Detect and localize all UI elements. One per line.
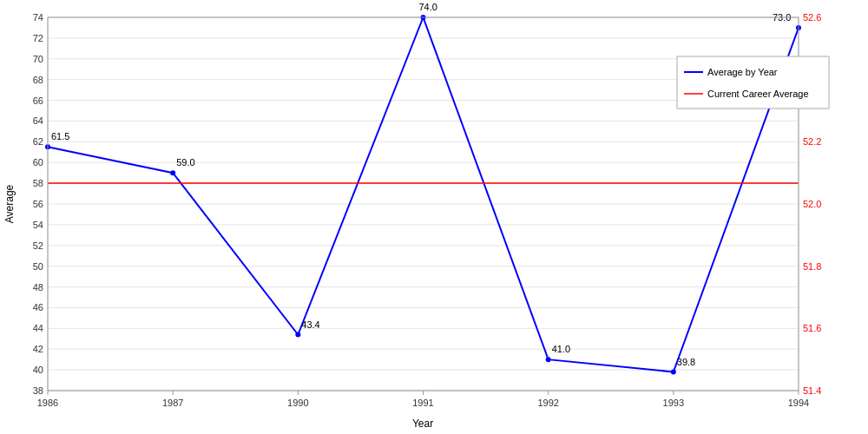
svg-text:74.0: 74.0 — [419, 2, 437, 12]
legend-label1: Average by Year — [707, 67, 778, 77]
legend-label2: Current Career Average — [707, 89, 809, 99]
svg-point-70 — [671, 370, 676, 375]
svg-text:41.0: 41.0 — [552, 344, 570, 354]
svg-text:64: 64 — [33, 115, 43, 126]
chart-container: // This will be handled in the main scri… — [0, 0, 868, 434]
svg-text:1987: 1987 — [162, 398, 183, 408]
svg-text:52.0: 52.0 — [803, 199, 821, 209]
svg-text:51.4: 51.4 — [803, 385, 821, 396]
svg-text:51.8: 51.8 — [803, 261, 821, 272]
svg-text:42: 42 — [33, 344, 43, 354]
legend-box — [677, 56, 829, 108]
svg-text:70: 70 — [33, 54, 43, 64]
svg-text:62: 62 — [33, 136, 43, 147]
svg-text:58: 58 — [33, 178, 43, 188]
svg-text:1994: 1994 — [788, 398, 809, 408]
svg-text:52: 52 — [33, 240, 43, 251]
svg-text:52.2: 52.2 — [803, 136, 821, 147]
svg-text:74: 74 — [33, 12, 43, 23]
svg-text:38: 38 — [33, 385, 43, 396]
svg-text:52.6: 52.6 — [803, 12, 821, 23]
svg-text:39.8: 39.8 — [677, 357, 695, 367]
svg-point-62 — [170, 170, 175, 175]
svg-text:1993: 1993 — [663, 398, 684, 408]
svg-text:43.4: 43.4 — [301, 319, 319, 330]
x-axis-label: Year — [412, 418, 433, 430]
svg-point-68 — [546, 357, 551, 362]
svg-text:1992: 1992 — [537, 398, 558, 408]
svg-text:46: 46 — [33, 302, 43, 312]
svg-text:1986: 1986 — [37, 398, 58, 408]
svg-point-64 — [295, 332, 300, 338]
svg-text:61.5: 61.5 — [51, 131, 69, 141]
chart-svg: // This will be handled in the main scri… — [0, 0, 868, 434]
svg-text:72: 72 — [33, 33, 43, 43]
y-axis-left-label: Average — [3, 184, 16, 223]
svg-text:68: 68 — [33, 75, 43, 85]
svg-text:59.0: 59.0 — [176, 157, 194, 168]
svg-text:40: 40 — [33, 365, 43, 375]
svg-text:66: 66 — [33, 95, 43, 106]
svg-text:56: 56 — [33, 199, 43, 209]
svg-text:54: 54 — [33, 220, 43, 230]
svg-text:51.6: 51.6 — [803, 323, 821, 333]
svg-text:1991: 1991 — [412, 398, 433, 408]
svg-text:50: 50 — [33, 261, 43, 272]
svg-text:48: 48 — [33, 282, 43, 293]
svg-text:44: 44 — [33, 323, 43, 333]
svg-text:60: 60 — [33, 157, 43, 168]
svg-text:1990: 1990 — [287, 398, 308, 408]
